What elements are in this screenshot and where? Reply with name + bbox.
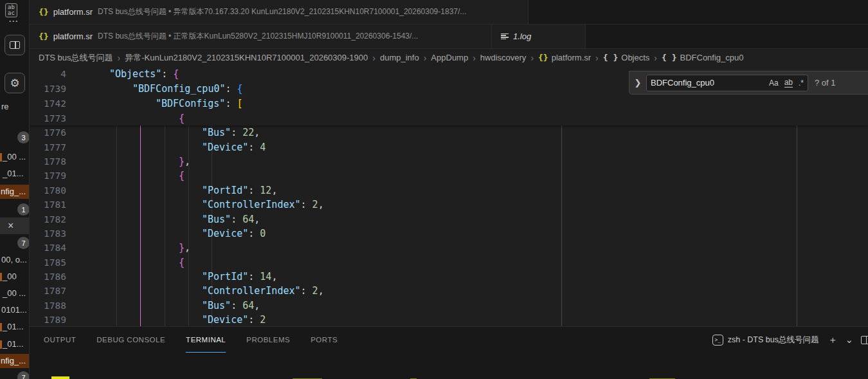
breadcrumb-label: dump_info <box>380 53 419 62</box>
line-number: 1777 <box>30 142 86 153</box>
split-terminal-icon[interactable] <box>861 336 868 344</box>
highlight-sliver <box>0 273 2 281</box>
code-line-text: "Bus": 22, <box>86 127 260 138</box>
line-number: 1773 <box>30 113 86 124</box>
code-line: 1780"PortId": 12, <box>30 183 868 198</box>
sidebar-list-item[interactable]: _01... <box>3 169 24 178</box>
code-line-text: "ControllerIndex": 2, <box>86 285 324 297</box>
sidebar-list-item-selected[interactable]: nfig_... <box>0 185 30 199</box>
breadcrumb-item[interactable]: { }BDFConfig_cpu0 <box>662 53 743 62</box>
breadcrumb-separator-icon: › <box>654 53 657 63</box>
json-braces-icon: {} <box>538 53 548 62</box>
editor-tab-bar-bottom: {} platform.sr DTS bus总线号问题 • 正常版本KunLun… <box>30 24 868 49</box>
breadcrumb-separator-icon: › <box>473 53 476 63</box>
code-line-text: { <box>86 257 185 268</box>
breadcrumb-label: 异常-KunLun2180V2_2102315KHN10R7100001_202… <box>125 53 368 62</box>
sidebar-list-item[interactable]: _01... <box>3 322 24 331</box>
terminal-session-label: zsh - DTS bus总线号问题 <box>728 335 819 346</box>
sidebar-list-item[interactable]: _00 ... <box>3 288 26 298</box>
line-number: 1788 <box>30 300 86 311</box>
sidebar-item-label: nfig_... <box>1 187 26 196</box>
code-lines: 1776"Bus": 22,1777"Device": 41778},1779{… <box>30 125 868 326</box>
code-line: 1778}, <box>30 154 868 169</box>
new-terminal-button[interactable]: ＋ <box>827 334 837 346</box>
book-icon <box>10 41 20 49</box>
code-line: 1787"ControllerIndex": 2, <box>30 284 868 298</box>
line-number: 1789 <box>30 315 86 325</box>
sidebar-list-item[interactable]: 0101... <box>1 305 27 315</box>
find-input[interactable]: BDFConfig_cpu0 Aa ab .* <box>646 75 808 91</box>
panel-tab-problems[interactable]: PROBLEMS <box>246 327 290 353</box>
code-line: 1786"PortId": 14, <box>30 270 868 284</box>
left-sidebar-strip: abac ⋯ ⚙ re 3 _00 ... _01... nfig_... 1 … <box>0 0 30 379</box>
tab-1-log[interactable]: 1.log <box>492 24 586 48</box>
code-line: 1789"Device": 2 <box>30 313 868 326</box>
tab-platform-sr-abnormal[interactable]: {} platform.sr DTS bus总线号问题 • 异常版本70.167… <box>30 0 529 24</box>
panel-tab-debug-console[interactable]: DEBUG CONSOLE <box>96 327 165 353</box>
close-icon[interactable]: × <box>8 220 14 232</box>
code-line-text: "BDFConfigs": [ <box>86 98 242 109</box>
json-braces-icon: {} <box>39 7 49 17</box>
line-number: 1778 <box>30 156 86 167</box>
breadcrumb-item[interactable]: AppDump <box>431 53 468 62</box>
breadcrumb-item[interactable]: dump_info <box>380 53 419 62</box>
line-number: 4 <box>30 69 86 79</box>
breadcrumb-item[interactable]: DTS bus总线号问题 <box>39 52 113 64</box>
line-number: 1776 <box>30 127 86 138</box>
breadcrumb-item[interactable]: { }Objects <box>603 53 650 62</box>
code-line: 1788"Bus": 64, <box>30 299 868 313</box>
highlight-sliver <box>0 323 2 331</box>
line-number: 1782 <box>30 214 86 225</box>
find-input-value[interactable]: BDFConfig_cpu0 <box>651 78 763 88</box>
breadcrumb-item[interactable]: {}platform.sr <box>538 53 591 62</box>
panel-tab-terminal[interactable]: TERMINAL <box>186 327 226 353</box>
code-line-text: { <box>86 113 185 124</box>
toggle-replace-chevron-icon[interactable]: ❯ <box>629 78 646 88</box>
sidebar-list-item[interactable]: _01... <box>3 339 24 349</box>
dismiss-row[interactable]: × <box>0 217 30 234</box>
breadcrumb-label: platform.sr <box>552 53 591 62</box>
code-line: 1783"Device": 0 <box>30 226 868 241</box>
highlight-sliver <box>0 340 2 349</box>
terminal-dropdown-chevron-icon[interactable]: ⌄ <box>845 334 853 346</box>
code-line-text: "Device": 4 <box>86 142 266 153</box>
terminal-icon: >_ <box>712 335 723 346</box>
regex-icon[interactable]: .* <box>799 79 804 88</box>
panel-tab-output[interactable]: OUTPUT <box>44 327 76 353</box>
log-file-icon <box>501 33 509 40</box>
breadcrumb-label: Objects <box>621 53 649 62</box>
match-count-badge: 7 <box>17 371 30 379</box>
line-number: 1780 <box>30 185 86 196</box>
highlight-sliver <box>0 153 2 162</box>
code-line-text: "BDFConfig_cpu0": { <box>86 83 243 95</box>
line-number: 1787 <box>30 286 86 296</box>
sticky-code-line: 1773{ <box>30 111 868 125</box>
breadcrumb-separator-icon: › <box>118 53 121 63</box>
whole-word-icon[interactable]: ab <box>784 78 793 88</box>
tab-filename: platform.sr <box>53 32 93 41</box>
sidebar-list-item[interactable]: _00 <box>3 272 17 281</box>
sidebar-list-item[interactable]: 00, o... <box>1 255 27 264</box>
code-line-text: "Device": 0 <box>86 228 266 239</box>
breadcrumb-label: DTS bus总线号问题 <box>39 53 113 62</box>
book-view-button[interactable] <box>5 35 25 55</box>
terminal-session-item[interactable]: >_ zsh - DTS bus总线号问题 <box>712 335 819 346</box>
code-line-text: "Bus": 64, <box>86 214 260 225</box>
panel-tab-ports[interactable]: PORTS <box>311 327 338 353</box>
match-case-icon[interactable]: Aa <box>769 79 779 88</box>
line-number: 1742 <box>30 98 86 109</box>
code-line: 1776"Bus": 22, <box>30 125 868 140</box>
code-line: 1777"Device": 4 <box>30 140 868 154</box>
match-count-badge: 1 <box>17 203 30 216</box>
breadcrumb-item[interactable]: hwdiscovery <box>480 53 527 62</box>
line-number: 1784 <box>30 243 86 253</box>
breadcrumb-item[interactable]: 异常-KunLun2180V2_2102315KHN10R7100001_202… <box>125 52 368 64</box>
more-actions-icon[interactable]: ⋯ <box>8 15 19 27</box>
sidebar-list-item-selected[interactable]: nfig_... <box>0 354 30 368</box>
line-number: 1786 <box>30 272 86 282</box>
sidebar-list-item[interactable]: _00 ... <box>3 152 26 162</box>
settings-gear-button[interactable]: ⚙ <box>5 73 25 93</box>
code-editor[interactable]: 1776"Bus": 22,1777"Device": 41778},1779{… <box>30 66 868 326</box>
breadcrumb-separator-icon: › <box>595 53 599 63</box>
tab-platform-sr-normal[interactable]: {} platform.sr DTS bus总线号问题 • 正常版本KunLun… <box>30 24 492 48</box>
